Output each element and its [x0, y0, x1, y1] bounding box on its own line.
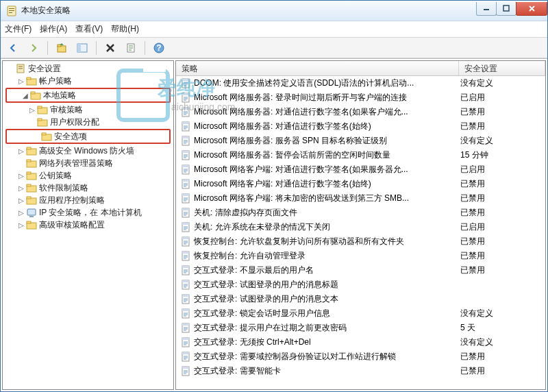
- policy-row[interactable]: Microsoft 网络服务器: 对通信进行数字签名(如果客户端允...已禁用: [176, 105, 545, 119]
- svg-rect-53: [182, 180, 189, 182]
- svg-rect-45: [182, 122, 189, 124]
- expand-icon[interactable]: ▷: [16, 184, 26, 192]
- tree-item-label: 审核策略: [50, 104, 83, 116]
- expand-icon[interactable]: ▷: [16, 172, 26, 180]
- tree-item[interactable]: ▷高级安全 Windows 防火墙: [3, 145, 173, 157]
- policy-row[interactable]: 关机: 清除虚拟内存页面文件已禁用: [176, 206, 545, 220]
- expand-icon[interactable]: ▷: [27, 106, 37, 114]
- policy-icon: [180, 294, 191, 305]
- maximize-button[interactable]: [496, 2, 516, 16]
- folder-icon: [26, 182, 37, 193]
- policy-row[interactable]: Microsoft 网络客户端: 对通信进行数字签名(始终)已禁用: [176, 177, 545, 191]
- policy-name: 关机: 清除虚拟内存页面文件: [194, 207, 297, 219]
- policy-row[interactable]: Microsoft 网络客户端: 对通信进行数字签名(如果服务器允...已启用: [176, 162, 545, 177]
- policy-row[interactable]: 交互式登录: 需要智能卡已禁用: [176, 364, 545, 378]
- policy-list: 策略 安全设置 DCOM: 使用安全描述符定义语言(SDDL)语法的计算机启动.…: [175, 60, 546, 390]
- policy-icon: [180, 78, 191, 89]
- tree-item[interactable]: ▷IP 安全策略，在 本地计算机: [3, 206, 173, 219]
- menu-action[interactable]: 操作(A): [40, 23, 67, 35]
- policy-setting: 已禁用: [459, 178, 545, 190]
- svg-rect-57: [182, 208, 189, 210]
- tree-item[interactable]: ▷审核策略: [3, 103, 173, 116]
- expand-icon[interactable]: ◢: [21, 92, 30, 99]
- refresh-button[interactable]: [123, 40, 139, 56]
- expand-icon[interactable]: ▷: [16, 77, 26, 85]
- tree-item-label: 应用程序控制策略: [39, 195, 105, 206]
- policy-setting: 没有定义: [459, 336, 545, 348]
- tree-item[interactable]: 用户权限分配: [3, 116, 173, 128]
- policy-row[interactable]: 交互式登录: 锁定会话时显示用户信息没有定义: [176, 306, 545, 321]
- svg-rect-25: [27, 147, 31, 149]
- minimize-button[interactable]: [476, 2, 497, 16]
- expand-icon[interactable]: ▷: [16, 209, 26, 217]
- tree-item[interactable]: ◢本地策略: [7, 89, 169, 101]
- toolbar-separator: [96, 41, 97, 55]
- tree-item-label: 软件限制策略: [39, 182, 88, 194]
- policy-row[interactable]: 交互式登录: 提示用户在过期之前更改密码5 天: [176, 321, 545, 335]
- svg-rect-5: [503, 5, 509, 11]
- tree-item[interactable]: ▷帐户策略: [3, 75, 173, 87]
- policy-row[interactable]: 交互式登录: 试图登录的用户的消息标题: [176, 278, 545, 292]
- help-button[interactable]: ?: [151, 40, 167, 56]
- up-button[interactable]: [53, 40, 70, 56]
- back-button[interactable]: [5, 40, 21, 56]
- forward-button[interactable]: [25, 40, 42, 56]
- svg-rect-67: [182, 280, 189, 282]
- list-body[interactable]: DCOM: 使用安全描述符定义语言(SDDL)语法的计算机启动...没有定义Mi…: [176, 76, 545, 389]
- svg-rect-73: [182, 323, 189, 326]
- show-tree-button[interactable]: [74, 40, 90, 56]
- folder-icon: [30, 90, 41, 101]
- policy-icon: [180, 164, 191, 175]
- policy-row[interactable]: 交互式登录: 不显示最后的用户名已禁用: [176, 263, 545, 278]
- svg-rect-59: [182, 223, 189, 225]
- svg-text:?: ?: [156, 43, 161, 53]
- policy-row[interactable]: 交互式登录: 无须按 Ctrl+Alt+Del没有定义: [176, 335, 545, 350]
- policy-icon: [180, 150, 191, 161]
- tree-item[interactable]: 网络列表管理器策略: [3, 157, 173, 169]
- svg-rect-77: [182, 352, 189, 354]
- policy-row[interactable]: 交互式登录: 需要域控制器身份验证以对工作站进行解锁已禁用: [176, 350, 545, 364]
- policy-name: 交互式登录: 需要智能卡: [194, 365, 281, 377]
- expand-icon[interactable]: ▷: [16, 221, 26, 229]
- policy-name: Microsoft 网络服务器: 登录时间过期后断开与客户端的连接: [194, 92, 407, 103]
- tree-pane[interactable]: 安全设置 ▷帐户策略◢本地策略▷审核策略用户权限分配安全选项▷高级安全 Wind…: [2, 60, 174, 390]
- close-button[interactable]: [516, 2, 547, 16]
- policy-row[interactable]: Microsoft 网络客户端: 将未加密的密码发送到第三方 SMB...已禁用: [176, 191, 545, 206]
- svg-rect-41: [182, 93, 189, 95]
- policy-row[interactable]: DCOM: 使用安全描述符定义语言(SDDL)语法的计算机启动...没有定义: [176, 76, 545, 90]
- expand-icon[interactable]: ▷: [16, 147, 26, 155]
- policy-icon: [180, 236, 191, 247]
- policy-row[interactable]: 恢复控制台: 允许软盘复制并访问所有驱动器和所有文件夹已禁用: [176, 234, 545, 249]
- policy-row[interactable]: 关机: 允许系统在未登录的情况下关闭已启用: [176, 220, 545, 234]
- app-window: 本地安全策略 文件(F) 操作(A) 查看(V) 帮助(H) ? 安全设置: [0, 0, 548, 392]
- tree-item[interactable]: 安全选项: [7, 130, 169, 143]
- menu-file[interactable]: 文件(F): [5, 23, 32, 35]
- menu-help[interactable]: 帮助(H): [111, 23, 139, 35]
- policy-row[interactable]: Microsoft 网络服务器: 对通信进行数字签名(始终)已禁用: [176, 119, 545, 134]
- policy-row[interactable]: 恢复控制台: 允许自动管理登录已禁用: [176, 249, 545, 263]
- delete-button[interactable]: [102, 40, 119, 56]
- tree-item[interactable]: ▷公钥策略: [3, 169, 173, 182]
- menu-view[interactable]: 查看(V): [75, 23, 103, 35]
- tree-item[interactable]: ▷软件限制策略: [3, 182, 173, 194]
- policy-row[interactable]: 交互式登录: 试图登录的用户的消息文本: [176, 292, 545, 306]
- policy-row[interactable]: Microsoft 网络服务器: 暂停会话前所需的空闲时间数量15 分钟: [176, 148, 545, 162]
- policy-setting: 已禁用: [459, 236, 545, 247]
- policy-icon: [180, 366, 191, 377]
- policy-name: 交互式登录: 试图登录的用户的消息文本: [194, 293, 338, 305]
- column-policy[interactable]: 策略: [176, 61, 459, 75]
- tree-item[interactable]: ▷应用程序控制策略: [3, 194, 173, 206]
- computer-icon: [26, 207, 37, 218]
- expand-icon[interactable]: ▷: [16, 197, 26, 204]
- tree-item-label: 本地策略: [43, 90, 76, 101]
- policy-setting: 没有定义: [459, 308, 545, 319]
- folder-icon: [26, 219, 37, 230]
- column-setting[interactable]: 安全设置: [459, 61, 545, 75]
- tree-root[interactable]: 安全设置: [3, 62, 173, 75]
- toolbar-separator: [145, 41, 145, 55]
- policy-name: Microsoft 网络客户端: 对通信进行数字签名(如果服务器允...: [194, 164, 408, 175]
- policy-row[interactable]: Microsoft 网络服务器: 服务器 SPN 目标名称验证级别没有定义: [176, 134, 545, 148]
- tree-item[interactable]: ▷高级审核策略配置: [3, 219, 173, 231]
- policy-icon: [180, 93, 191, 103]
- policy-row[interactable]: Microsoft 网络服务器: 登录时间过期后断开与客户端的连接已启用: [176, 90, 545, 105]
